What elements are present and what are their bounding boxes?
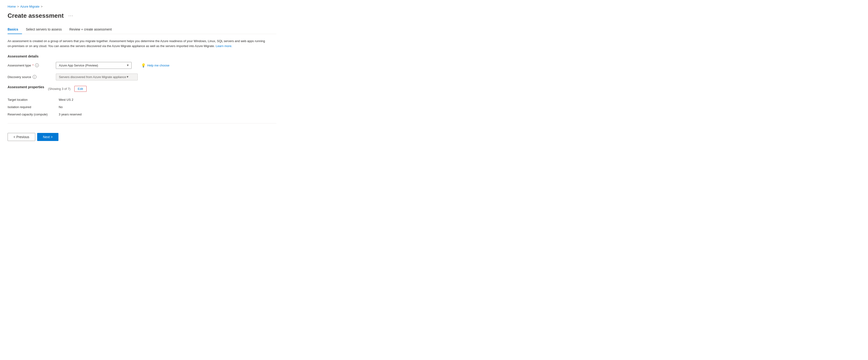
assessment-type-select[interactable]: Azure App Service (Preview) Azure VM Azu… [56, 62, 131, 69]
next-button[interactable]: Next > [37, 133, 59, 141]
page-title: Create assessment [7, 12, 64, 20]
breadcrumb-home[interactable]: Home [7, 5, 16, 8]
prop-value-reserved-capacity: 3 years reserved [59, 111, 276, 118]
assessment-type-select-wrapper: Azure App Service (Preview) Azure VM Azu… [56, 62, 131, 69]
properties-grid: Target location West US 2 Isolation requ… [7, 97, 276, 118]
footer-buttons: < Previous Next > [7, 129, 276, 145]
breadcrumb-separator-1: > [17, 5, 19, 8]
assessment-details-section: Assessment details Assessment type * i A… [7, 55, 276, 80]
bulb-icon: 💡 [141, 63, 146, 68]
assessment-details-heading: Assessment details [7, 55, 276, 58]
prop-label-isolation-required: Isolation required [7, 104, 55, 110]
properties-header: Assessment properties (Showing 3 of 7) E… [7, 85, 276, 93]
prop-value-isolation-required: No [59, 104, 276, 110]
tab-bar: Basics Select servers to assess Review +… [7, 25, 276, 34]
discovery-source-label: Discovery source i [7, 75, 50, 79]
previous-button[interactable]: < Previous [7, 133, 35, 141]
more-options-button[interactable]: ··· [66, 12, 75, 19]
prop-label-reserved-capacity: Reserved capacity (compute) [7, 111, 55, 118]
description-text: An assessment is created on a group of s… [7, 39, 268, 49]
assessment-properties-section: Assessment properties (Showing 3 of 7) E… [7, 85, 276, 118]
tab-select-servers[interactable]: Select servers to assess [22, 25, 66, 34]
tab-basics[interactable]: Basics [7, 25, 22, 34]
showing-count: (Showing 3 of 7) [48, 87, 70, 91]
page-header: Create assessment ··· [7, 12, 276, 20]
tab-review-create[interactable]: Review + create assessment [66, 25, 116, 34]
assessment-properties-heading: Assessment properties [7, 85, 44, 89]
required-indicator: * [32, 64, 34, 67]
assessment-type-info-icon[interactable]: i [35, 63, 39, 67]
prop-label-target-location: Target location [7, 97, 55, 103]
edit-button[interactable]: Edit [74, 86, 87, 92]
discovery-source-dropdown-icon: ▼ [126, 75, 129, 78]
breadcrumb-azure-migrate[interactable]: Azure Migrate [20, 5, 39, 8]
discovery-source-select-wrapper: Servers discovered from Azure Migrate ap… [56, 73, 138, 80]
prop-value-target-location: West US 2 [59, 97, 276, 103]
assessment-type-row: Assessment type * i Azure App Service (P… [7, 62, 276, 69]
assessment-type-label: Assessment type * i [7, 63, 50, 67]
breadcrumb: Home > Azure Migrate > [7, 5, 276, 8]
discovery-source-info-icon[interactable]: i [33, 75, 36, 79]
discovery-source-row: Discovery source i Servers discovered fr… [7, 73, 276, 80]
breadcrumb-separator-2: > [41, 5, 42, 8]
section-divider [7, 123, 276, 124]
help-me-choose-link[interactable]: 💡 Help me choose [141, 63, 169, 68]
learn-more-link[interactable]: Learn more. [216, 44, 232, 48]
discovery-source-select-disabled: Servers discovered from Azure Migrate ap… [56, 73, 138, 80]
